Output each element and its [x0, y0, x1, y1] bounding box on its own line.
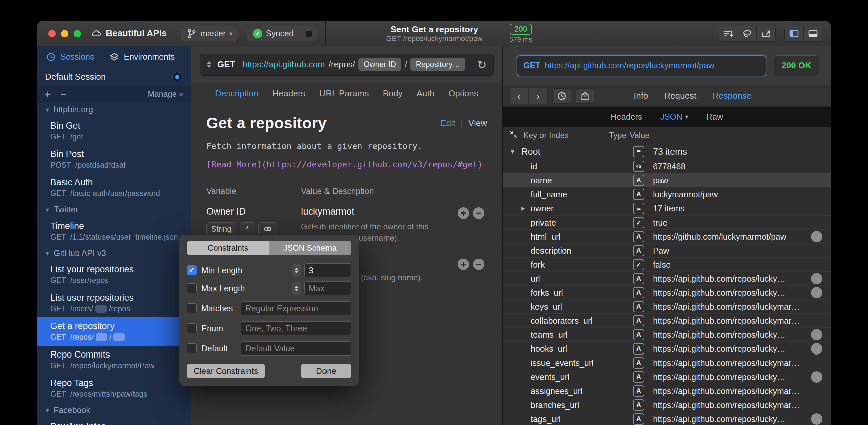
max-length-stepper[interactable]	[292, 282, 301, 295]
remove-variable-button[interactable]: −	[473, 259, 485, 270]
type-string-chip[interactable]: String	[206, 222, 236, 235]
session-stop-button[interactable]	[300, 26, 318, 41]
reload-icon[interactable]: ↻	[477, 58, 487, 72]
toggle-left-panel-button[interactable]	[784, 26, 803, 41]
open-link-icon[interactable]: →	[811, 371, 822, 382]
json-tree-row[interactable]: events_urlAhttps://api.github.com/repos/…	[503, 370, 831, 384]
request-list-item[interactable]: List your repositoriesGET /user/repos	[37, 261, 191, 289]
done-button[interactable]: Done	[301, 364, 351, 378]
json-tree-row[interactable]: fork✓false	[503, 258, 831, 272]
min-length-checkbox[interactable]: ✓	[187, 265, 197, 275]
toggle-bottom-panel-button[interactable]	[803, 26, 822, 41]
lasso-button[interactable]	[738, 26, 756, 41]
json-tree-row[interactable]: private✓true	[503, 216, 831, 230]
session-indicator-button[interactable]	[172, 72, 183, 82]
default-input[interactable]	[241, 341, 351, 356]
export-chart-button[interactable]	[756, 26, 775, 41]
disclosure-triangle[interactable]: ▸	[522, 204, 525, 213]
request-list-item[interactable]: TimelineGET /1.1/statuses/user_timeline.…	[37, 217, 191, 246]
json-tree-row[interactable]: urlAhttps://api.github.com/repos/lucky…→	[503, 272, 831, 286]
min-length-stepper[interactable]	[292, 264, 301, 277]
json-tree-row[interactable]: branches_urlAhttps://api.github.com/repo…	[503, 398, 831, 412]
tab-body[interactable]: Body	[382, 88, 402, 98]
min-length-input[interactable]	[305, 263, 351, 277]
variable-value[interactable]: luckymarmot	[301, 206, 444, 217]
subtab-headers[interactable]: Headers	[611, 112, 642, 122]
method-switcher-icon[interactable]	[207, 61, 211, 68]
view-link[interactable]: View	[468, 118, 487, 128]
request-list-item[interactable]: Bin GetGET /get	[37, 117, 191, 145]
matches-input[interactable]	[241, 301, 351, 315]
request-url-bar[interactable]: GET https://api.github.com /repos/ Owner…	[199, 54, 494, 76]
remove-variable-button[interactable]: −	[473, 207, 485, 219]
add-variable-button[interactable]: +	[458, 207, 469, 219]
open-link-icon[interactable]: →	[811, 343, 822, 355]
default-checkbox[interactable]	[187, 343, 197, 353]
json-tree-row[interactable]: nameApaw	[503, 173, 831, 188]
disclosure-triangle[interactable]: ▾	[511, 147, 515, 156]
sidebar-group-header[interactable]: ▾Facebook	[37, 403, 191, 418]
json-tree-row[interactable]: full_nameAluckymarmot/paw	[503, 188, 831, 201]
tab-sessions[interactable]: Sessions	[46, 52, 94, 62]
zoom-window-button[interactable]	[74, 30, 81, 37]
tab-options[interactable]: Options	[448, 88, 478, 98]
back-button[interactable]: ‹	[510, 88, 528, 104]
request-list-item[interactable]: Get a repositoryGET /repos//	[37, 317, 191, 346]
open-link-icon[interactable]: →	[811, 413, 822, 425]
json-tree-row[interactable]: forks_urlAhttps://api.github.com/repos/l…	[503, 286, 831, 300]
remove-request-button[interactable]: −	[60, 88, 67, 100]
max-length-checkbox[interactable]	[187, 283, 197, 293]
url-variable-owner[interactable]: Owner ID	[358, 58, 401, 71]
manage-link[interactable]: Manage »	[148, 89, 183, 98]
request-list-item[interactable]: Basic AuthGET /basic-auth/user/password	[37, 174, 191, 202]
tab-info[interactable]: Info	[633, 90, 648, 101]
json-tree-row[interactable]: assignees_urlAhttps://api.github.com/rep…	[503, 384, 831, 398]
forward-button[interactable]: ›	[528, 88, 547, 104]
open-link-icon[interactable]: →	[811, 329, 822, 340]
enum-checkbox[interactable]	[187, 323, 197, 334]
json-tree-row[interactable]: collaborators_urlAhttps://api.github.com…	[503, 314, 831, 328]
edit-link[interactable]: Edit	[441, 118, 456, 128]
sort-lines-button[interactable]	[719, 26, 738, 41]
url-variable-repository[interactable]: Repository…	[410, 58, 465, 71]
request-list-item[interactable]: Repo CommitsGET /repos/luckymarmot/Paw	[37, 346, 191, 374]
response-url[interactable]: GET https://api.github.com/repos/luckyma…	[517, 55, 766, 76]
request-list-item[interactable]: List user repositoriesGET /users//repos	[37, 289, 191, 317]
doc-read-more-link[interactable]: [Read More](https://developer.github.com…	[206, 160, 487, 169]
tab-response[interactable]: Response	[712, 90, 751, 101]
minimize-window-button[interactable]	[61, 30, 68, 37]
sidebar-group-header[interactable]: ▾Twitter	[37, 202, 191, 217]
json-tree-row[interactable]: tags_urlAhttps://api.github.com/repos/lu…	[503, 412, 831, 425]
add-request-button[interactable]: +	[44, 88, 51, 100]
open-link-icon[interactable]: →	[811, 231, 822, 242]
json-tree-row[interactable]: ▸owner≡17 items	[503, 201, 831, 216]
tab-description[interactable]: Description	[215, 88, 258, 98]
json-tree-row[interactable]: keys_urlAhttps://api.github.com/repos/lu…	[503, 300, 831, 314]
collapse-all-button[interactable]	[509, 130, 518, 141]
json-tree-row[interactable]: html_urlAhttps://github.com/luckymarmot/…	[503, 230, 831, 244]
segment-json-schema[interactable]: JSON Schema	[269, 241, 351, 255]
tab-headers[interactable]: Headers	[272, 88, 305, 98]
required-chip[interactable]: *	[240, 222, 255, 235]
enum-input[interactable]	[241, 321, 351, 336]
sidebar-group-header[interactable]: ▾httpbin.org	[37, 102, 191, 117]
tab-auth[interactable]: Auth	[416, 88, 435, 98]
matches-checkbox[interactable]	[187, 303, 197, 313]
request-list-item[interactable]: Repo TagsGET /repos/mittsh/paw/tags	[37, 374, 191, 403]
open-link-icon[interactable]: →	[811, 273, 822, 284]
json-tree-row[interactable]: descriptionAPaw	[503, 244, 831, 258]
json-tree-row[interactable]: teams_urlAhttps://api.github.com/repos/l…	[503, 328, 831, 342]
json-tree-row[interactable]: ▾Root≡73 items	[503, 144, 831, 159]
subtab-raw[interactable]: Raw	[706, 112, 723, 122]
json-tree-row[interactable]: id426778468	[503, 159, 831, 173]
add-variable-button[interactable]: +	[458, 259, 469, 270]
tab-environments[interactable]: Environments	[109, 52, 175, 62]
open-link-icon[interactable]: →	[811, 287, 822, 299]
clear-constraints-button[interactable]: Clear Constraints	[187, 364, 265, 378]
tab-request[interactable]: Request	[664, 90, 696, 101]
request-list-item[interactable]: PawApp Infos	[37, 418, 191, 425]
sync-status-button[interactable]: ✓ Synced	[247, 26, 300, 41]
branch-selector[interactable]: master ▾	[181, 26, 238, 41]
constraints-chip[interactable]	[258, 222, 277, 235]
segment-constraints[interactable]: Constraints	[187, 241, 269, 255]
